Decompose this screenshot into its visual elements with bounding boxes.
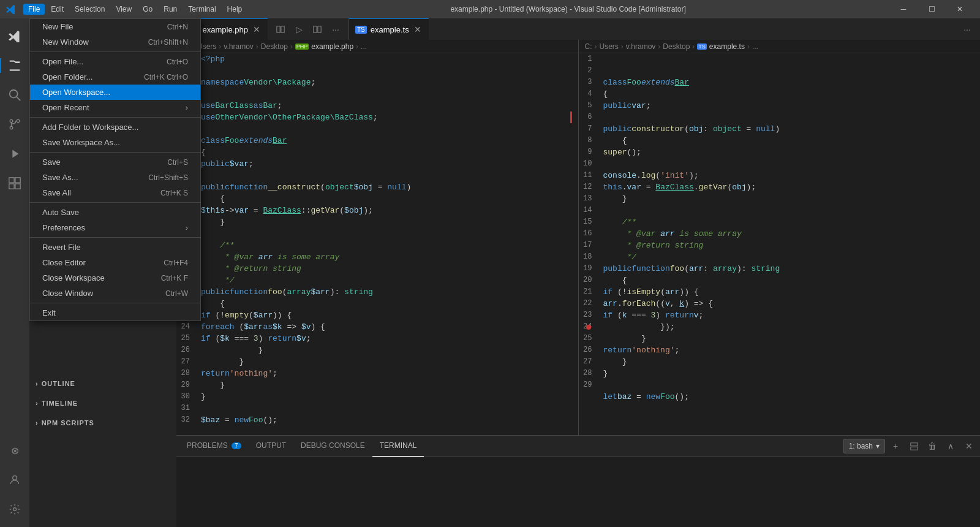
tab-ts-close[interactable]: ✕ xyxy=(413,25,423,34)
svg-rect-8 xyxy=(15,184,20,189)
code-line: public $var; xyxy=(201,158,572,170)
breadcrumb-more-ts[interactable]: ... xyxy=(752,42,758,51)
menu-open-folder[interactable]: Open Folder... Ctrl+K Ctrl+O xyxy=(30,69,200,85)
split-view-icon[interactable] xyxy=(309,21,325,37)
terminal-tab-problems[interactable]: PROBLEMS 7 xyxy=(179,436,249,457)
title-bar-menus: File Edit Selection View Go Run Terminal… xyxy=(23,4,247,15)
breadcrumb-desktop[interactable]: Desktop xyxy=(261,42,288,51)
breadcrumb-vhramov-right[interactable]: v.hramov xyxy=(626,42,655,51)
code-line: this.var = BazClass.getVar(obj); xyxy=(603,181,974,193)
menu-close-workspace[interactable]: Close Workspace Ctrl+K F xyxy=(30,270,200,286)
menu-open-workspace[interactable]: Open Workspace... xyxy=(30,85,200,100)
terminal-tab-terminal[interactable]: TERMINAL xyxy=(372,436,424,457)
svg-point-2 xyxy=(10,119,13,123)
code-line: return 'nothing'; xyxy=(201,368,572,379)
activity-settings[interactable] xyxy=(0,495,29,524)
terminal-content[interactable] xyxy=(176,457,980,527)
menu-run[interactable]: Run xyxy=(159,4,182,15)
minimize-button[interactable]: ─ xyxy=(889,0,918,18)
code-line: class Foo extends Bar xyxy=(201,135,572,146)
menu-save-all[interactable]: Save All Ctrl+K S xyxy=(30,185,200,200)
maximize-button[interactable]: ☐ xyxy=(918,0,946,18)
menu-file[interactable]: File xyxy=(23,4,45,15)
breadcrumb-left: C: › Users › v.hramov › Desktop › PHP ex… xyxy=(176,40,578,53)
breadcrumb-more-php[interactable]: ... xyxy=(361,42,367,51)
split-editor-icon[interactable] xyxy=(273,21,288,37)
menu-help[interactable]: Help xyxy=(222,4,247,15)
debug-console-label: DEBUG CONSOLE xyxy=(301,441,365,450)
breadcrumb-right: C: › Users › v.hramov › Desktop › TS exa… xyxy=(579,40,981,53)
output-label: OUTPUT xyxy=(256,441,286,450)
code-line xyxy=(201,88,572,100)
split-terminal-icon[interactable] xyxy=(906,438,922,454)
breadcrumb-desktop-right[interactable]: Desktop xyxy=(663,42,690,51)
menu-edit[interactable]: Edit xyxy=(46,4,69,15)
menu-preferences[interactable]: Preferences › xyxy=(30,220,200,235)
run-icon[interactable]: ▷ xyxy=(291,21,307,37)
menu-open-recent[interactable]: Open Recent › xyxy=(30,100,200,115)
code-line xyxy=(603,53,974,65)
menu-view[interactable]: View xyxy=(111,4,137,15)
code-line: if ($k === 3) return $v; xyxy=(201,333,572,344)
code-line: class Foo extends Bar xyxy=(603,77,974,88)
title-bar-title: example.php - Untitled (Workspace) - Vis… xyxy=(247,5,889,13)
breadcrumb-users-right[interactable]: Users xyxy=(600,42,619,51)
menu-revert-file[interactable]: Revert File xyxy=(30,240,200,255)
breadcrumb-c-right[interactable]: C: xyxy=(585,42,592,51)
menu-terminal[interactable]: Terminal xyxy=(183,4,221,15)
code-line xyxy=(201,228,572,240)
code-line xyxy=(603,205,974,216)
close-terminal-icon[interactable]: ✕ xyxy=(961,438,977,454)
terminal-label: TERMINAL xyxy=(380,441,417,450)
menu-save[interactable]: Save Ctrl+S xyxy=(30,154,200,170)
trash-terminal-icon[interactable]: 🗑 xyxy=(924,438,940,454)
activity-accounts[interactable] xyxy=(0,465,29,495)
menu-close-window[interactable]: Close Window Ctrl+W xyxy=(30,286,200,301)
chevron-right-icon: › xyxy=(36,380,39,387)
code-editor-php[interactable]: 1 2 3 4 5 6 7 8 9 10 11 12 13 xyxy=(176,53,578,435)
menu-new-window[interactable]: New Window Ctrl+Shift+N xyxy=(30,34,200,50)
tab-php-close[interactable]: ✕ xyxy=(252,25,262,34)
breadcrumb-filename-php[interactable]: example.php xyxy=(311,42,353,51)
menu-auto-save[interactable]: Auto Save xyxy=(30,205,200,220)
activity-source-control[interactable] xyxy=(0,110,29,139)
svg-rect-12 xyxy=(281,26,284,32)
activity-run-debug[interactable] xyxy=(0,139,29,169)
add-terminal-icon[interactable]: + xyxy=(888,438,903,454)
code-line: } xyxy=(201,356,572,368)
menu-new-file[interactable]: New File Ctrl+N xyxy=(30,19,200,34)
chevron-up-icon[interactable]: ∧ xyxy=(943,438,959,454)
right-tab-actions: ··· xyxy=(954,18,980,40)
activity-extensions[interactable] xyxy=(0,169,29,198)
activity-vscode-logo xyxy=(0,21,29,51)
menu-add-folder[interactable]: Add Folder to Workspace... xyxy=(30,119,200,135)
terminal-tab-debug[interactable]: DEBUG CONSOLE xyxy=(293,436,372,457)
code-line: foreach ($arr as $k => $v) { xyxy=(201,321,572,333)
sidebar-timeline-header[interactable]: › TIMELINE xyxy=(29,396,176,410)
activity-search[interactable] xyxy=(0,80,29,110)
activity-remote[interactable]: ⊗ xyxy=(0,436,29,465)
activity-explorer[interactable] xyxy=(0,51,29,80)
menu-exit[interactable]: Exit xyxy=(30,305,200,320)
terminal-dropdown[interactable]: 1: bash ▾ xyxy=(843,439,885,453)
terminal-actions: 1: bash ▾ + 🗑 ∧ ✕ xyxy=(843,438,977,454)
tab-example-ts[interactable]: TS example.ts ✕ xyxy=(349,18,429,40)
sidebar-outline-header[interactable]: › OUTLINE xyxy=(29,377,176,390)
menu-selection[interactable]: Selection xyxy=(70,4,110,15)
menu-go[interactable]: Go xyxy=(138,4,157,15)
menu-save-workspace-as[interactable]: Save Workspace As... xyxy=(30,135,200,150)
breadcrumb-vhramov[interactable]: v.hramov xyxy=(224,42,253,51)
tab-bar: PHP example.php ✕ ▷ xyxy=(176,18,980,40)
menu-open-file[interactable]: Open File... Ctrl+O xyxy=(30,54,200,69)
terminal-tab-output[interactable]: OUTPUT xyxy=(249,436,293,457)
menu-save-as[interactable]: Save As... Ctrl+Shift+S xyxy=(30,170,200,185)
more-actions-right-icon[interactable]: ··· xyxy=(959,21,975,37)
breadcrumb-filename-ts[interactable]: example.ts xyxy=(709,42,745,51)
code-line: console.log('init'); xyxy=(603,170,974,181)
menu-close-editor[interactable]: Close Editor Ctrl+F4 xyxy=(30,255,200,270)
close-button[interactable]: ✕ xyxy=(946,0,974,18)
more-actions-icon[interactable]: ··· xyxy=(328,21,344,37)
ts-file-icon: TS xyxy=(355,26,367,34)
sidebar-npm-header[interactable]: › NPM SCRIPTS xyxy=(29,416,176,430)
code-editor-ts[interactable]: 1 2 3 4 5 6 7 8 9 10 11 12 13 xyxy=(579,53,981,435)
